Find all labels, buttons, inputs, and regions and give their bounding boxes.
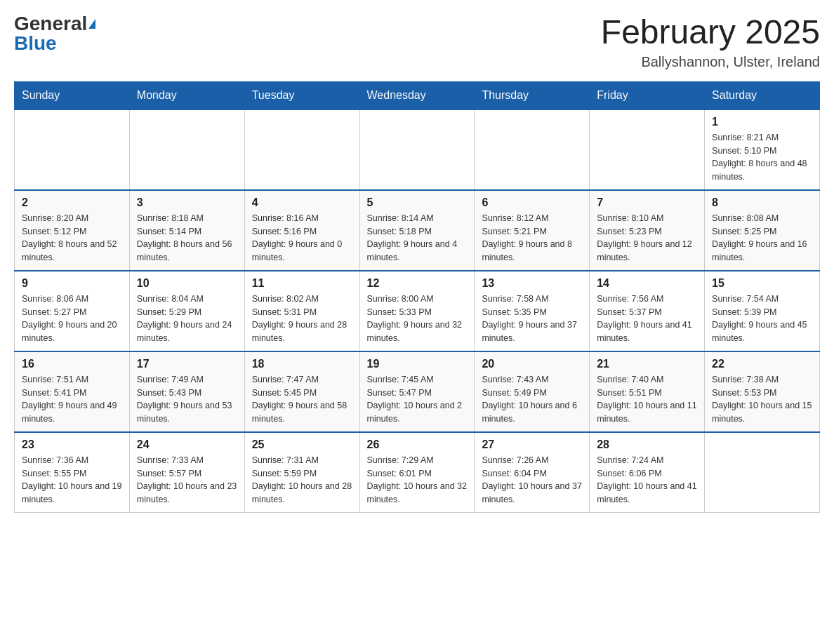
calendar-header-monday: Monday (129, 81, 244, 109)
day-number: 18 (252, 358, 352, 370)
day-number: 26 (367, 438, 468, 451)
day-info: Sunrise: 8:04 AMSunset: 5:29 PMDaylight:… (137, 293, 237, 345)
calendar-cell: 20Sunrise: 7:43 AMSunset: 5:49 PMDayligh… (475, 351, 590, 432)
calendar-cell: 5Sunrise: 8:14 AMSunset: 5:18 PMDaylight… (359, 190, 475, 271)
day-info: Sunrise: 7:29 AMSunset: 6:01 PMDaylight:… (367, 454, 468, 507)
day-number: 6 (482, 196, 582, 209)
calendar-cell: 15Sunrise: 7:54 AMSunset: 5:39 PMDayligh… (705, 271, 820, 351)
day-number: 21 (597, 358, 697, 370)
day-number: 1 (712, 116, 812, 128)
day-info: Sunrise: 7:38 AMSunset: 5:53 PMDaylight:… (712, 373, 812, 426)
day-info: Sunrise: 7:47 AMSunset: 5:45 PMDaylight:… (252, 373, 352, 426)
day-info: Sunrise: 7:49 AMSunset: 5:43 PMDaylight:… (137, 373, 237, 426)
calendar-header-saturday: Saturday (705, 81, 820, 109)
calendar-cell: 13Sunrise: 7:58 AMSunset: 5:35 PMDayligh… (475, 271, 590, 351)
day-number: 3 (137, 196, 237, 209)
day-info: Sunrise: 7:43 AMSunset: 5:49 PMDaylight:… (482, 373, 582, 426)
logo-triangle-icon (88, 19, 95, 29)
day-info: Sunrise: 7:56 AMSunset: 5:37 PMDaylight:… (597, 293, 697, 345)
day-info: Sunrise: 8:14 AMSunset: 5:18 PMDaylight:… (367, 212, 468, 264)
calendar-cell: 22Sunrise: 7:38 AMSunset: 5:53 PMDayligh… (705, 351, 820, 432)
calendar-cell: 19Sunrise: 7:45 AMSunset: 5:47 PMDayligh… (359, 351, 475, 432)
calendar-week-row: 9Sunrise: 8:06 AMSunset: 5:27 PMDaylight… (15, 271, 820, 351)
calendar-cell: 1Sunrise: 8:21 AMSunset: 5:10 PMDaylight… (705, 109, 820, 190)
day-info: Sunrise: 8:06 AMSunset: 5:27 PMDaylight:… (22, 293, 122, 345)
logo-general: General (14, 14, 87, 34)
calendar-cell: 2Sunrise: 8:20 AMSunset: 5:12 PMDaylight… (15, 190, 130, 271)
day-number: 2 (22, 196, 122, 209)
calendar-week-row: 23Sunrise: 7:36 AMSunset: 5:55 PMDayligh… (15, 432, 820, 513)
calendar-cell (359, 109, 475, 190)
day-info: Sunrise: 7:31 AMSunset: 5:59 PMDaylight:… (252, 454, 352, 507)
calendar-cell (590, 109, 705, 190)
calendar-week-row: 1Sunrise: 8:21 AMSunset: 5:10 PMDaylight… (15, 109, 820, 190)
calendar-cell: 4Sunrise: 8:16 AMSunset: 5:16 PMDaylight… (244, 190, 359, 271)
calendar-cell: 7Sunrise: 8:10 AMSunset: 5:23 PMDaylight… (590, 190, 705, 271)
calendar-cell: 9Sunrise: 8:06 AMSunset: 5:27 PMDaylight… (15, 271, 130, 351)
day-number: 25 (252, 438, 352, 451)
calendar-cell: 18Sunrise: 7:47 AMSunset: 5:45 PMDayligh… (244, 351, 359, 432)
day-info: Sunrise: 8:10 AMSunset: 5:23 PMDaylight:… (597, 212, 697, 264)
day-number: 7 (597, 196, 697, 209)
calendar-cell (15, 109, 130, 190)
title-area: February 2025 Ballyshannon, Ulster, Irel… (601, 14, 820, 70)
calendar-header-sunday: Sunday (15, 81, 130, 109)
calendar-header-friday: Friday (590, 81, 705, 109)
day-number: 11 (252, 277, 352, 290)
calendar-table: SundayMondayTuesdayWednesdayThursdayFrid… (14, 81, 820, 513)
day-number: 13 (482, 277, 582, 290)
day-info: Sunrise: 8:18 AMSunset: 5:14 PMDaylight:… (137, 212, 237, 264)
day-info: Sunrise: 8:20 AMSunset: 5:12 PMDaylight:… (22, 212, 122, 264)
day-info: Sunrise: 8:16 AMSunset: 5:16 PMDaylight:… (252, 212, 352, 264)
calendar-cell: 25Sunrise: 7:31 AMSunset: 5:59 PMDayligh… (244, 432, 359, 513)
calendar-cell: 8Sunrise: 8:08 AMSunset: 5:25 PMDaylight… (705, 190, 820, 271)
calendar-header-tuesday: Tuesday (244, 81, 359, 109)
calendar-header-thursday: Thursday (475, 81, 590, 109)
calendar-cell: 10Sunrise: 8:04 AMSunset: 5:29 PMDayligh… (129, 271, 244, 351)
day-info: Sunrise: 7:51 AMSunset: 5:41 PMDaylight:… (22, 373, 122, 426)
day-number: 24 (137, 438, 237, 451)
logo-blue: Blue (14, 34, 57, 53)
calendar-week-row: 2Sunrise: 8:20 AMSunset: 5:12 PMDaylight… (15, 190, 820, 271)
day-number: 20 (482, 358, 582, 370)
calendar-cell: 16Sunrise: 7:51 AMSunset: 5:41 PMDayligh… (15, 351, 130, 432)
day-number: 5 (367, 196, 468, 209)
calendar-cell: 28Sunrise: 7:24 AMSunset: 6:06 PMDayligh… (590, 432, 705, 513)
day-number: 17 (137, 358, 237, 370)
calendar-cell (475, 109, 590, 190)
day-info: Sunrise: 7:40 AMSunset: 5:51 PMDaylight:… (597, 373, 697, 426)
calendar-cell: 6Sunrise: 8:12 AMSunset: 5:21 PMDaylight… (475, 190, 590, 271)
day-info: Sunrise: 7:45 AMSunset: 5:47 PMDaylight:… (367, 373, 468, 426)
day-number: 28 (597, 438, 697, 451)
day-info: Sunrise: 7:33 AMSunset: 5:57 PMDaylight:… (137, 454, 237, 507)
calendar-cell: 26Sunrise: 7:29 AMSunset: 6:01 PMDayligh… (359, 432, 475, 513)
day-info: Sunrise: 7:24 AMSunset: 6:06 PMDaylight:… (597, 454, 697, 507)
day-number: 16 (22, 358, 122, 370)
day-info: Sunrise: 8:08 AMSunset: 5:25 PMDaylight:… (712, 212, 812, 264)
day-number: 27 (482, 438, 582, 451)
calendar-cell: 27Sunrise: 7:26 AMSunset: 6:04 PMDayligh… (475, 432, 590, 513)
day-info: Sunrise: 8:00 AMSunset: 5:33 PMDaylight:… (367, 293, 468, 345)
calendar-header-wednesday: Wednesday (359, 81, 475, 109)
day-number: 22 (712, 358, 812, 370)
calendar-cell: 23Sunrise: 7:36 AMSunset: 5:55 PMDayligh… (15, 432, 130, 513)
page-header: General Blue February 2025 Ballyshannon,… (14, 14, 820, 70)
calendar-cell (705, 432, 820, 513)
day-number: 15 (712, 277, 812, 290)
calendar-cell (244, 109, 359, 190)
day-number: 19 (367, 358, 468, 370)
calendar-cell: 12Sunrise: 8:00 AMSunset: 5:33 PMDayligh… (359, 271, 475, 351)
calendar-cell: 24Sunrise: 7:33 AMSunset: 5:57 PMDayligh… (129, 432, 244, 513)
day-number: 12 (367, 277, 468, 290)
calendar-cell (129, 109, 244, 190)
day-number: 8 (712, 196, 812, 209)
day-number: 14 (597, 277, 697, 290)
day-info: Sunrise: 7:26 AMSunset: 6:04 PMDaylight:… (482, 454, 582, 507)
calendar-cell: 3Sunrise: 8:18 AMSunset: 5:14 PMDaylight… (129, 190, 244, 271)
calendar-cell: 21Sunrise: 7:40 AMSunset: 5:51 PMDayligh… (590, 351, 705, 432)
day-info: Sunrise: 7:58 AMSunset: 5:35 PMDaylight:… (482, 293, 582, 345)
day-info: Sunrise: 8:02 AMSunset: 5:31 PMDaylight:… (252, 293, 352, 345)
day-number: 4 (252, 196, 352, 209)
day-number: 9 (22, 277, 122, 290)
day-info: Sunrise: 8:12 AMSunset: 5:21 PMDaylight:… (482, 212, 582, 264)
